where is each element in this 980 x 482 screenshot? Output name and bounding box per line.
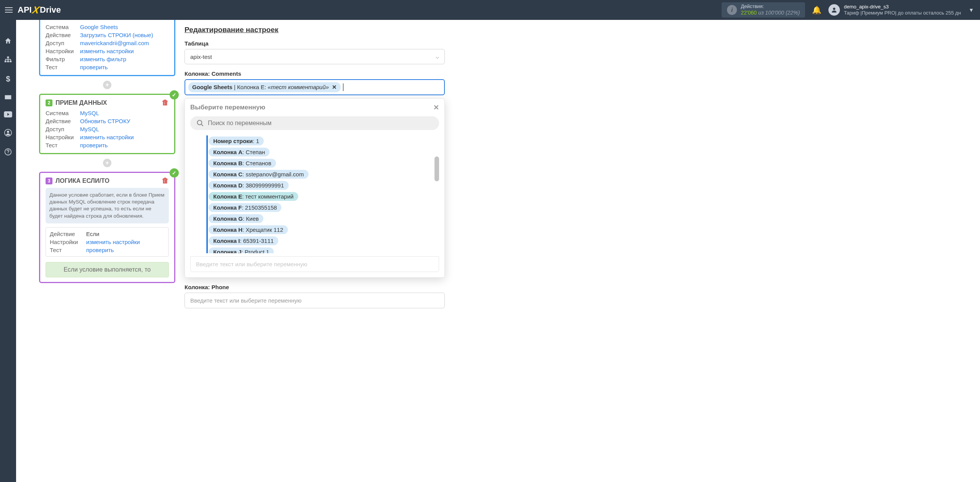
card1-rows: СистемаGoogle SheetsДействиеЗагрузить СТ… xyxy=(46,24,169,70)
kv-key: Доступ xyxy=(46,126,80,132)
logo-text-2: Drive xyxy=(40,5,61,15)
kv-value[interactable]: MySQL xyxy=(80,126,169,132)
variable-option[interactable]: Колонка F: 2150355158 xyxy=(209,203,281,212)
nav-connections-icon[interactable] xyxy=(0,56,16,65)
kv-value[interactable]: проверить xyxy=(80,142,169,148)
chevron-down-icon[interactable]: ▼ xyxy=(969,7,974,13)
variable-option[interactable]: Колонка E: тест комментарий xyxy=(209,192,298,201)
table-select[interactable]: apix-test ⌵ xyxy=(185,49,445,64)
variable-option[interactable]: Колонка G: Киев xyxy=(209,214,263,223)
logo-x: X xyxy=(31,4,40,16)
info-icon: i xyxy=(727,5,737,15)
bell-icon[interactable]: 🔔 xyxy=(812,5,822,15)
variable-tag[interactable]: Google Sheets | Колонка E: «тест коммент… xyxy=(188,82,341,92)
nav-billing-icon[interactable]: $ xyxy=(0,75,16,83)
success-bar: Если условие выполняется, то xyxy=(46,262,169,277)
step-num-3: 3 xyxy=(46,177,52,184)
svg-rect-2 xyxy=(5,61,7,62)
nav-video-icon[interactable] xyxy=(0,111,16,119)
kv-value[interactable]: MySQL xyxy=(80,110,169,116)
col-comments-label: Колонка: Comments xyxy=(185,70,445,77)
add-step-2[interactable]: + xyxy=(103,159,111,167)
variable-option[interactable]: Колонка A: Степан xyxy=(209,148,270,156)
kv-value[interactable]: изменить настройки xyxy=(80,48,169,54)
chevron-down-icon: ⌵ xyxy=(436,53,439,60)
kv-value[interactable]: изменить настройки xyxy=(86,239,165,245)
svg-point-11 xyxy=(198,120,202,125)
nav-briefcase-icon[interactable] xyxy=(0,93,16,102)
trash-icon[interactable]: 🗑 xyxy=(162,99,169,107)
card2-title: ПРИЕМ ДАННЫХ xyxy=(56,99,107,106)
nav-help-icon[interactable] xyxy=(0,148,16,158)
scrollbar-thumb[interactable] xyxy=(434,156,439,181)
kv-value: Если xyxy=(86,231,165,237)
kv-key: Настройки xyxy=(46,134,80,140)
logo[interactable]: API X Drive xyxy=(18,4,61,16)
kv-key: Система xyxy=(46,24,80,30)
variable-search-input[interactable] xyxy=(208,120,433,127)
card-source: СистемаGoogle SheetsДействиеЗагрузить СТ… xyxy=(39,20,175,76)
username: demo_apix-drive_s3 xyxy=(844,4,961,10)
logic-info: Данное условие сработает, если в блоке П… xyxy=(46,188,169,223)
table-label: Таблица xyxy=(185,40,445,47)
variable-option[interactable]: Колонка I: 65391-3111 xyxy=(209,236,278,245)
kv-value[interactable]: изменить фильтр xyxy=(80,56,169,62)
kv-key: Действие xyxy=(46,118,80,124)
check-icon: ✓ xyxy=(170,90,179,99)
variable-option[interactable]: Колонка H: Хрещатик 112 xyxy=(209,225,288,234)
variable-option[interactable]: Колонка D: 380999999991 xyxy=(209,181,289,190)
actions-counter[interactable]: i Действия: 22'060 из 100'000 (22%) xyxy=(722,2,805,17)
kv-key: Доступ xyxy=(46,40,80,46)
dd-title: Выберите переменную xyxy=(190,104,265,111)
variable-option[interactable]: Колонка C: sstepanov@gmail.com xyxy=(209,170,309,179)
nav-profile-icon[interactable] xyxy=(0,129,16,138)
svg-rect-4 xyxy=(10,61,11,62)
step-num-2: 2 xyxy=(46,99,52,106)
table-value: apix-test xyxy=(190,54,212,60)
variable-option[interactable]: Номер строки: 1 xyxy=(209,137,264,145)
svg-rect-3 xyxy=(7,61,9,62)
search-icon xyxy=(196,119,204,127)
check-icon-2: ✓ xyxy=(170,168,179,177)
kv-value[interactable]: проверить xyxy=(86,247,165,253)
kv-key: Система xyxy=(46,110,80,116)
avatar-icon xyxy=(828,4,840,16)
kv-key: Тест xyxy=(46,142,80,148)
close-icon[interactable]: ✕ xyxy=(433,103,439,112)
svg-point-8 xyxy=(7,131,9,133)
comments-input[interactable]: Google Sheets | Колонка E: «тест коммент… xyxy=(185,79,445,95)
card3-rows: ДействиеЕслиНастройкиизменить настройкиТ… xyxy=(50,231,165,253)
variable-option[interactable]: Колонка J: Product 1 xyxy=(209,248,274,253)
kv-value[interactable]: Обновить СТРОКУ xyxy=(80,118,169,124)
kv-key: Действие xyxy=(50,231,86,237)
kv-value[interactable]: maverickandrii@gmail.com xyxy=(80,40,169,46)
kv-value[interactable]: изменить настройки xyxy=(80,134,169,140)
kv-key: Действие xyxy=(46,32,80,38)
hidden-under-input: Введите текст или выберите переменную xyxy=(190,256,439,272)
actions-label: Действия: xyxy=(741,4,800,10)
plan-line: Тариф |Премиум PRO| до оплаты осталось 2… xyxy=(844,10,961,16)
kv-key: Тест xyxy=(46,64,80,70)
svg-rect-1 xyxy=(7,57,9,58)
remove-tag-icon[interactable]: ✕ xyxy=(332,84,337,90)
variable-list: Номер строки: 1Колонка A: СтепанКолонка … xyxy=(190,135,439,253)
nav-home-icon[interactable] xyxy=(0,37,16,47)
group-line xyxy=(206,135,208,253)
kv-value[interactable]: Загрузить СТРОКИ (новые) xyxy=(80,32,169,38)
variable-search[interactable] xyxy=(190,116,439,130)
svg-point-10 xyxy=(8,153,8,154)
svg-point-0 xyxy=(833,8,835,10)
user-menu[interactable]: demo_apix-drive_s3 Тариф |Премиум PRO| д… xyxy=(828,4,961,16)
svg-rect-5 xyxy=(5,95,11,99)
trash-icon-2[interactable]: 🗑 xyxy=(162,177,169,185)
add-step-1[interactable]: + xyxy=(103,81,111,89)
text-cursor xyxy=(343,83,343,91)
logo-text-1: API xyxy=(18,5,32,15)
phone-input[interactable]: Введите текст или выберите переменную xyxy=(185,293,445,308)
card-logic: ✓ 3 ЛОГИКА ЕСЛИ/ТО 🗑 Данное условие сраб… xyxy=(39,172,175,283)
kv-value[interactable]: Google Sheets xyxy=(80,24,169,30)
var-rows: Номер строки: 1Колонка A: СтепанКолонка … xyxy=(209,135,439,253)
menu-toggle[interactable] xyxy=(2,3,15,16)
kv-value[interactable]: проверить xyxy=(80,64,169,70)
variable-option[interactable]: Колонка B: Степанов xyxy=(209,159,276,168)
